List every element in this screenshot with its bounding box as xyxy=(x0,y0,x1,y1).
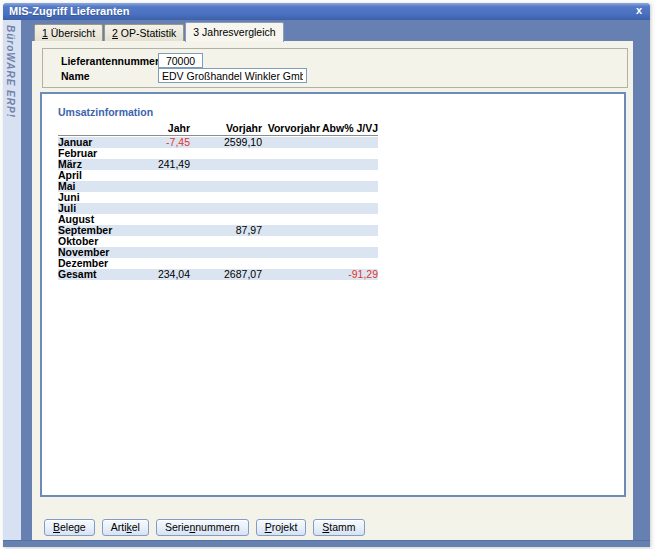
button-belege[interactable]: Belege xyxy=(44,519,95,536)
tab-op-statistik[interactable]: 2 OP-Statistik xyxy=(104,24,184,41)
button-seriennummern[interactable]: Seriennummern xyxy=(156,519,249,536)
name-label: Name xyxy=(61,70,158,82)
right-border-bar xyxy=(633,20,650,540)
column-header: Vorvorjahr xyxy=(268,122,320,135)
table-row-juli[interactable]: Juli xyxy=(58,203,378,214)
supplier-groupbox: Lieferantennummer Name xyxy=(42,48,628,88)
column-header: Abw% J/VJ xyxy=(322,122,378,135)
brand-vertical-text: BüroWARE ERP! xyxy=(5,25,16,118)
main-area: 1 Übersicht2 OP-Statistik3 Jahresverglei… xyxy=(32,20,633,540)
close-icon[interactable]: x xyxy=(636,4,642,16)
table-body: Januar-7,452599,10FebruarMärz241,49April… xyxy=(58,137,378,280)
row-label: Gesamt xyxy=(58,269,97,280)
table-row-januar[interactable]: Januar-7,452599,10 xyxy=(58,137,378,148)
tab-strip: 1 Übersicht2 OP-Statistik3 Jahresverglei… xyxy=(32,20,633,41)
table-row-mai[interactable]: Mai xyxy=(58,181,378,192)
table-row-gesamt[interactable]: Gesamt234,042687,07-91,29 xyxy=(58,269,378,280)
row-value: -7,45 xyxy=(166,137,190,148)
tab-uebersicht[interactable]: 1 Übersicht xyxy=(34,24,103,41)
table-header-row: JahrVorjahrVorvorjahrAbw% J/VJ xyxy=(58,122,378,136)
supplier-number-row: Lieferantennummer xyxy=(61,53,627,68)
window-body: BüroWARE ERP! 1 Übersicht2 OP-Statistik3… xyxy=(3,20,650,540)
column-header: Vorjahr xyxy=(226,122,262,135)
mis-window: MIS-Zugriff Lieferanten x BüroWARE ERP! … xyxy=(3,3,650,547)
supplier-name-row: Name xyxy=(61,68,627,83)
row-value: 234,04 xyxy=(158,269,190,280)
button-artikel[interactable]: Artikel xyxy=(102,519,149,536)
table-row-maerz[interactable]: März241,49 xyxy=(58,159,378,170)
button-stamm[interactable]: Stamm xyxy=(313,519,364,536)
umsatz-section-title: Umsatzinformation xyxy=(58,106,153,118)
umsatz-panel: Umsatzinformation JahrVorjahrVorvorjahrA… xyxy=(40,92,626,497)
window-titlebar: MIS-Zugriff Lieferanten x xyxy=(3,3,650,20)
row-value: 87,97 xyxy=(236,225,262,236)
button-row: BelegeArtikelSeriennummernProjektStamm xyxy=(44,517,372,536)
name-field[interactable] xyxy=(158,68,307,83)
table-row-april[interactable]: April xyxy=(58,170,378,181)
supplier-number-label: Lieferantennummer xyxy=(61,55,158,67)
table-row-september[interactable]: September87,97 xyxy=(58,225,378,236)
row-value: 241,49 xyxy=(158,159,190,170)
table-row-februar[interactable]: Februar xyxy=(58,148,378,159)
table-row-juni[interactable]: Juni xyxy=(58,192,378,203)
left-border-bar xyxy=(21,20,32,540)
button-projekt[interactable]: Projekt xyxy=(256,519,307,536)
row-value: 2599,10 xyxy=(224,137,262,148)
table-row-dezember[interactable]: Dezember xyxy=(58,258,378,269)
supplier-number-field[interactable] xyxy=(158,53,203,68)
tab-jahresvergleich[interactable]: 3 Jahresvergleich xyxy=(185,22,283,42)
row-value: -91,29 xyxy=(348,269,378,280)
window-title: MIS-Zugriff Lieferanten xyxy=(9,5,129,17)
bottom-border-bar xyxy=(3,540,650,547)
row-value: 2687,07 xyxy=(224,269,262,280)
column-header: Jahr xyxy=(168,122,190,135)
brand-strip: BüroWARE ERP! xyxy=(3,20,21,540)
